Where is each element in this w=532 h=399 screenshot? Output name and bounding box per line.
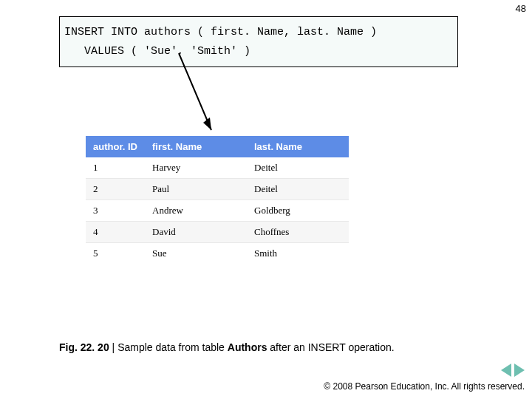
caption-fig-label: Fig. 22. 20 [59,341,109,353]
sql-code-box: INSERT INTO authors ( first. Name, last.… [59,16,458,67]
figure-caption: Fig. 22. 20 | Sample data from table Aut… [59,341,395,353]
cell-id: 4 [86,222,145,243]
table-row: 3 Andrew Goldberg [86,200,349,222]
caption-bold: Authors [228,341,267,353]
code-line-1: INSERT INTO authors ( first. Name, last.… [64,26,377,38]
cell-last: Goldberg [247,200,349,222]
cell-first: Paul [145,179,247,200]
cell-first: David [145,222,247,243]
col-author-id: author. ID [86,136,145,157]
caption-post: after an INSERT operation. [267,341,394,353]
caption-sep: | [109,341,117,353]
cell-id: 2 [86,179,145,200]
cell-first: Sue [145,243,247,265]
table-row: 5 Sue Smith [86,243,349,265]
next-slide-icon[interactable] [514,364,525,377]
copyright-text: © 2008 Pearson Education, Inc. All right… [324,381,525,392]
cell-id: 1 [86,157,145,179]
table-row: 4 David Choffnes [86,222,349,243]
cell-last: Deitel [247,179,349,200]
cell-first: Andrew [145,200,247,222]
pointer-arrow [170,49,229,137]
page-number: 48 [516,3,526,14]
col-first-name: first. Name [145,136,247,157]
authors-table: author. ID first. Name last. Name 1 Harv… [86,136,349,264]
svg-line-0 [179,53,211,130]
cell-id: 5 [86,243,145,265]
cell-last: Choffnes [247,222,349,243]
cell-first: Harvey [145,157,247,179]
table-header-row: author. ID first. Name last. Name [86,136,349,157]
caption-pre: Sample data from table [117,341,228,353]
cell-last: Deitel [247,157,349,179]
nav-arrows [501,364,525,377]
table-row: 2 Paul Deitel [86,179,349,200]
col-last-name: last. Name [247,136,349,157]
cell-id: 3 [86,200,145,222]
table-row: 1 Harvey Deitel [86,157,349,179]
prev-slide-icon[interactable] [501,364,511,377]
cell-last: Smith [247,243,349,265]
